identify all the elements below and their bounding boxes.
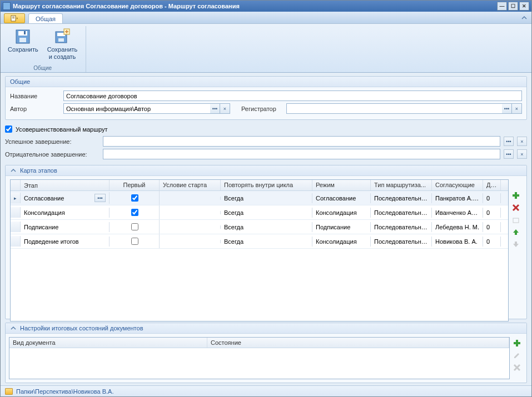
stages-grid[interactable]: Этап Первый Условие старта Повторять вну… (10, 179, 509, 321)
col-first[interactable]: Первый (110, 180, 160, 190)
cell-routing[interactable]: Последовательное (371, 222, 432, 232)
cell-approvers[interactable]: Иванченко А. С. (432, 208, 483, 218)
cell-first[interactable] (110, 234, 160, 248)
row-indicator (11, 236, 21, 247)
grid-empty-area (11, 249, 508, 321)
table-row[interactable]: КонсолидацияВсегдаКонсолидацияПоследоват… (11, 205, 508, 220)
col-cond[interactable]: Условие старта (160, 180, 221, 190)
registrar-lookup: ••• × (286, 103, 522, 114)
cell-stage[interactable]: Согласование••• (21, 192, 110, 204)
save-and-create-button[interactable]: Сохранить и создать (44, 26, 81, 62)
author-ellipsis-button[interactable]: ••• (210, 103, 220, 114)
cell-routing[interactable]: Последовательное (371, 208, 432, 218)
doc-edit-button[interactable] (512, 350, 522, 360)
col-routing[interactable]: Тип маршрутиза... (371, 180, 432, 190)
delete-row-button[interactable] (511, 203, 521, 213)
fail-clear-button[interactable]: × (517, 149, 527, 159)
collapse-ribbon-button[interactable] (520, 14, 528, 22)
doc-states-collapse-button[interactable] (10, 325, 17, 331)
save-icon (14, 28, 32, 46)
name-input[interactable] (63, 91, 522, 101)
col-state[interactable]: Состояние (207, 338, 509, 348)
cell-stage[interactable]: Подписание (21, 222, 110, 232)
doc-add-button[interactable] (512, 338, 522, 348)
stage-ellipsis-button[interactable]: ••• (95, 194, 106, 202)
col-mode[interactable]: Режим (312, 180, 371, 190)
stages-grid-header: Этап Первый Условие старта Повторять вну… (11, 180, 508, 191)
registrar-input[interactable] (286, 103, 502, 114)
cell-routing[interactable]: Последовательное (371, 193, 432, 203)
cell-stage[interactable]: Консолидация (21, 208, 110, 218)
registrar-ellipsis-button[interactable]: ••• (502, 103, 512, 114)
first-checkbox[interactable] (131, 223, 138, 230)
table-row[interactable]: Подведение итоговВсегдаКонсолидацияПосле… (11, 234, 508, 249)
cell-stage[interactable]: Подведение итогов (21, 237, 110, 247)
cell-repeat[interactable]: Всегда (221, 222, 312, 232)
cell-mode[interactable]: Подписание (312, 222, 371, 232)
cell-dl[interactable]: 0 (483, 193, 501, 203)
cell-approvers[interactable]: Новикова В. А. (432, 237, 483, 247)
save-label: Сохранить (8, 46, 38, 53)
cell-approvers[interactable]: Лебедева Н. М. (432, 222, 483, 232)
cell-repeat[interactable]: Всегда (221, 208, 312, 218)
col-approvers[interactable]: Согласующие (432, 180, 483, 190)
move-down-button[interactable] (511, 239, 521, 249)
doc-delete-button[interactable] (512, 363, 522, 373)
author-input[interactable] (63, 103, 210, 114)
minimize-button[interactable]: — (497, 2, 507, 11)
table-row[interactable]: ПодписаниеВсегдаПодписаниеПоследовательн… (11, 220, 508, 234)
edit-row-button[interactable] (511, 215, 521, 225)
registrar-clear-button[interactable]: × (512, 103, 522, 114)
maximize-button[interactable]: ☐ (508, 2, 518, 11)
cell-dl[interactable]: 0 (483, 237, 501, 247)
cell-mode[interactable]: Консолидация (312, 237, 371, 247)
delete-icon (512, 204, 520, 212)
delete-icon (513, 364, 521, 371)
author-clear-button[interactable]: × (220, 103, 230, 114)
svg-rect-4 (18, 31, 27, 36)
app-menu-icon (11, 15, 18, 22)
success-clear-button[interactable]: × (517, 137, 527, 146)
col-dl[interactable]: Дл... (483, 180, 501, 190)
cell-cond[interactable] (160, 240, 221, 243)
doc-states-grid[interactable]: Вид документа Состояние (9, 337, 510, 379)
cell-cond[interactable] (160, 197, 221, 200)
cell-first[interactable] (110, 191, 160, 205)
first-checkbox[interactable] (131, 209, 138, 216)
fail-listbox[interactable] (103, 149, 500, 159)
stages-collapse-button[interactable] (10, 167, 17, 174)
add-row-button[interactable] (511, 190, 521, 200)
cell-repeat[interactable]: Всегда (221, 193, 312, 203)
tab-general[interactable]: Общая (28, 13, 63, 23)
cell-approvers[interactable]: Панкратов А. Н. (432, 193, 483, 203)
save-button[interactable]: Сохранить (5, 26, 41, 62)
row-indicator (11, 222, 21, 232)
cell-dl[interactable]: 0 (483, 208, 501, 218)
close-button[interactable]: ✕ (519, 2, 529, 11)
app-icon (3, 2, 11, 10)
app-menu-button[interactable] (4, 13, 25, 23)
cell-repeat[interactable]: Всегда (221, 237, 312, 247)
col-stage[interactable]: Этап (21, 180, 110, 190)
cell-dl[interactable]: 0 (483, 222, 501, 232)
col-repeat[interactable]: Повторять внутри цикла (221, 180, 312, 190)
cell-cond[interactable] (160, 225, 221, 229)
ribbon-tabstrip: Общая (1, 12, 531, 24)
success-ellipsis-button[interactable]: ••• (504, 137, 514, 146)
svg-rect-5 (19, 38, 26, 42)
first-checkbox[interactable] (131, 194, 138, 202)
fail-ellipsis-button[interactable]: ••• (504, 149, 514, 159)
ribbon-body: Сохранить Сохранить и создать Общие (1, 24, 531, 73)
move-up-button[interactable] (511, 227, 521, 237)
first-checkbox[interactable] (131, 238, 138, 245)
advanced-route-checkbox[interactable] (5, 125, 12, 133)
cell-cond[interactable] (160, 211, 221, 214)
cell-mode[interactable]: Консолидация (312, 208, 371, 218)
success-listbox[interactable] (103, 136, 500, 147)
cell-routing[interactable]: Последовательное (371, 237, 432, 247)
table-row[interactable]: ▸Согласование•••ВсегдаСогласованиеПослед… (11, 191, 508, 205)
col-doctype[interactable]: Вид документа (9, 338, 207, 348)
cell-first[interactable] (110, 220, 160, 234)
cell-mode[interactable]: Согласование (312, 193, 371, 203)
cell-first[interactable] (110, 205, 160, 219)
